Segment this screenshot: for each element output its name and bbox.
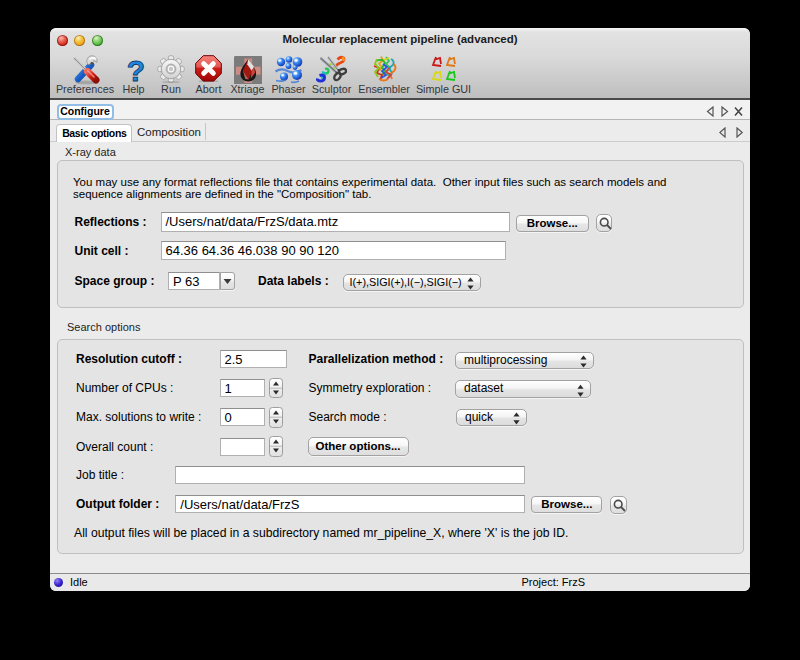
svg-text:?: ?: [127, 55, 145, 85]
